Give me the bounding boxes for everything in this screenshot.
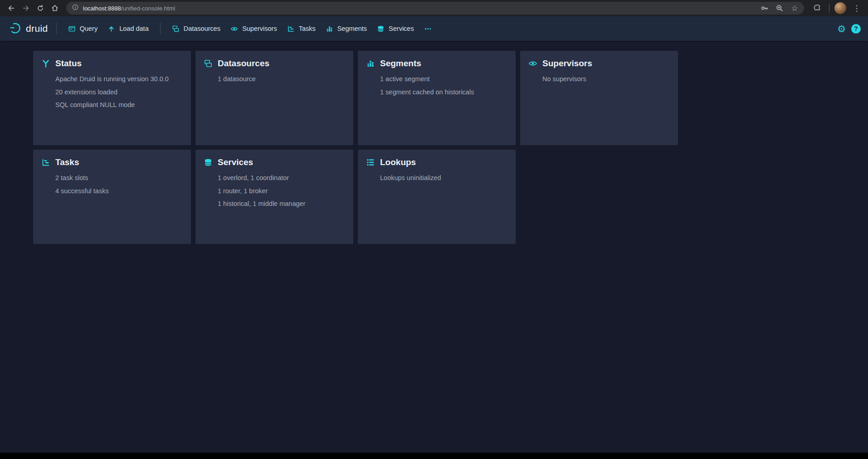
lookups-icon	[366, 158, 375, 167]
bottom-black-strip	[0, 453, 868, 459]
tasks-icon	[41, 158, 50, 167]
reload-icon	[36, 4, 44, 12]
home-view: Status Apache Druid is running version 3…	[0, 41, 868, 453]
card-title: Services	[218, 157, 253, 167]
supervisors-icon	[528, 59, 537, 68]
card-line: 1 segment cached on historicals	[380, 86, 507, 99]
card-header: Datasources	[204, 59, 345, 68]
bookmark-button[interactable]: ☆	[788, 1, 801, 15]
card-line: No supervisors	[542, 73, 670, 86]
browser-home-button[interactable]	[48, 1, 62, 15]
gear-icon: ⚙	[837, 24, 846, 34]
navbar-divider	[160, 23, 161, 34]
card-line: 1 router, 1 broker	[218, 185, 345, 198]
status-icon	[41, 59, 50, 68]
nav-query[interactable]: Query	[63, 20, 103, 37]
star-icon: ☆	[791, 5, 798, 12]
home-icon	[51, 4, 59, 12]
card-line: Lookups uninitialized	[380, 171, 507, 185]
supervisors-icon	[230, 25, 238, 33]
card-title: Datasources	[218, 59, 269, 68]
more-icon	[424, 25, 432, 33]
card-supervisors[interactable]: Supervisors No supervisors	[520, 51, 678, 145]
card-services[interactable]: Services 1 overlord, 1 coordinator 1 rou…	[195, 150, 353, 244]
services-icon	[377, 25, 385, 33]
card-line: Apache Druid is running version 30.0.0	[55, 73, 183, 86]
forward-icon	[22, 4, 30, 12]
nav-label: Segments	[337, 25, 367, 32]
kebab-menu-icon: ⋮	[853, 5, 861, 12]
url-text: localhost:8888/unified-console.html	[83, 5, 754, 12]
browser-back-button[interactable]	[5, 1, 18, 15]
brand-wordmark: druid	[26, 23, 48, 34]
profile-avatar[interactable]	[834, 2, 846, 14]
browser-actions: ⋮	[809, 1, 863, 15]
nav-label: Datasources	[184, 25, 220, 32]
card-segments[interactable]: Segments 1 active segment 1 segment cach…	[358, 51, 516, 145]
query-icon	[68, 25, 76, 33]
card-status[interactable]: Status Apache Druid is running version 3…	[33, 51, 191, 145]
browser-reload-button[interactable]	[34, 1, 47, 15]
password-manager-button[interactable]	[758, 1, 771, 15]
card-line: 4 successful tasks	[55, 185, 183, 198]
nav-load-data[interactable]: Load data	[102, 20, 154, 37]
zoom-in-icon	[775, 4, 784, 12]
nav-datasources[interactable]: Datasources	[167, 20, 225, 37]
navbar-divider	[56, 23, 57, 34]
nav-label: Tasks	[299, 25, 316, 32]
druid-navbar: druid Query Load data Datasources Superv…	[0, 16, 868, 41]
nav-more-menu[interactable]	[419, 20, 437, 37]
card-header: Segments	[366, 59, 507, 68]
segments-icon	[366, 59, 375, 68]
browser-menu-button[interactable]: ⋮	[850, 1, 863, 15]
nav-label: Supervisors	[242, 25, 277, 32]
segments-icon	[326, 25, 333, 33]
extensions-button[interactable]	[810, 1, 824, 15]
card-title: Tasks	[55, 157, 79, 167]
url-host: localhost:8888	[83, 5, 121, 12]
back-icon	[7, 4, 15, 12]
card-title: Segments	[380, 59, 421, 68]
browser-forward-button[interactable]	[19, 1, 33, 15]
nav-tasks[interactable]: Tasks	[282, 20, 321, 37]
nav-label: Load data	[119, 25, 149, 32]
card-header: Lookups	[366, 157, 507, 167]
nav-supervisors[interactable]: Supervisors	[225, 20, 282, 37]
nav-label: Services	[389, 25, 414, 32]
druid-logo-button[interactable]: druid	[7, 22, 50, 36]
url-path: /unified-console.html	[121, 5, 175, 12]
omnibox-actions: ☆	[758, 1, 801, 15]
toolbar-divider	[829, 4, 829, 12]
navbar-right: ⚙ ?	[837, 24, 861, 34]
page-info-icon[interactable]	[72, 4, 79, 13]
card-title: Status	[55, 59, 82, 68]
puzzle-icon	[813, 4, 821, 12]
card-line: 2 task slots	[55, 171, 183, 185]
help-button[interactable]: ?	[851, 24, 861, 34]
help-icon: ?	[854, 25, 858, 32]
druid-logo-icon	[9, 22, 22, 36]
card-line: 1 historical, 1 middle manager	[218, 197, 345, 210]
card-line: 20 extensions loaded	[55, 86, 183, 99]
nav-label: Query	[80, 25, 98, 32]
card-line: 1 overlord, 1 coordinator	[218, 171, 345, 185]
browser-toolbar: localhost:8888/unified-console.html ☆ ⋮	[0, 0, 868, 16]
settings-button[interactable]: ⚙	[837, 24, 846, 34]
card-line: SQL compliant NULL mode	[55, 98, 183, 112]
card-datasources[interactable]: Datasources 1 datasource	[195, 51, 353, 145]
zoom-button[interactable]	[773, 1, 786, 15]
card-header: Services	[204, 157, 345, 167]
datasources-icon	[172, 25, 180, 33]
card-title: Supervisors	[542, 59, 592, 68]
datasources-icon	[204, 59, 213, 68]
nav-segments[interactable]: Segments	[321, 20, 372, 37]
key-icon	[761, 4, 769, 12]
card-lookups[interactable]: Lookups Lookups uninitialized	[358, 150, 516, 244]
card-grid: Status Apache Druid is running version 3…	[33, 51, 868, 244]
card-line: 1 active segment	[380, 73, 507, 86]
card-line: 1 datasource	[218, 73, 345, 86]
card-tasks[interactable]: Tasks 2 task slots 4 successful tasks	[33, 150, 191, 244]
nav-services[interactable]: Services	[372, 20, 419, 37]
address-bar[interactable]: localhost:8888/unified-console.html ☆	[66, 2, 804, 15]
card-header: Status	[41, 59, 183, 68]
